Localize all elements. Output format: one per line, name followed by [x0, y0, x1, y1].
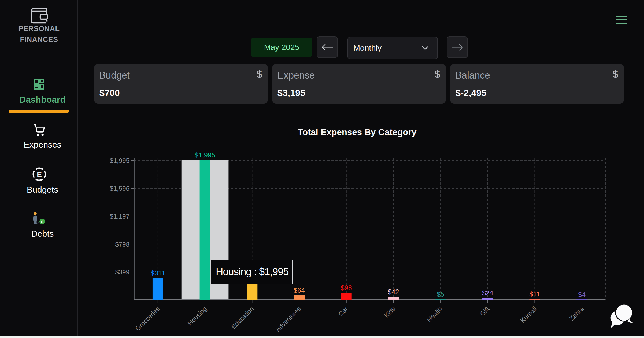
- svg-text:Health: Health: [425, 305, 443, 323]
- svg-text:Car: Car: [337, 305, 349, 317]
- svg-text:$1,995: $1,995: [195, 151, 215, 159]
- svg-text:$11: $11: [530, 290, 540, 298]
- svg-text:Housing: Housing: [186, 305, 208, 327]
- svg-text:$98: $98: [341, 284, 352, 292]
- svg-text:$64: $64: [294, 286, 305, 294]
- svg-text:Kumail: Kumail: [519, 305, 538, 324]
- svg-text:Kids: Kids: [383, 305, 397, 319]
- svg-text:$1,596: $1,596: [110, 185, 129, 192]
- svg-text:$311: $311: [151, 269, 165, 277]
- svg-text:Education: Education: [230, 305, 255, 330]
- svg-text:Zahra: Zahra: [568, 305, 585, 322]
- svg-text:$42: $42: [388, 288, 399, 296]
- svg-text:$1,197: $1,197: [110, 213, 129, 220]
- svg-text:$1,995: $1,995: [110, 157, 129, 164]
- svg-text:$: $: [41, 219, 43, 224]
- svg-text:$24: $24: [482, 289, 493, 297]
- svg-text:$798: $798: [115, 241, 129, 248]
- svg-text:Gift: Gift: [479, 305, 491, 317]
- svg-text:Grocceries: Grocceries: [134, 305, 161, 332]
- svg-text:Adventures: Adventures: [274, 305, 302, 333]
- svg-text:$399: $399: [115, 269, 129, 276]
- svg-text:E: E: [37, 170, 42, 179]
- svg-text:$5: $5: [437, 291, 444, 298]
- svg-text:$4: $4: [578, 291, 586, 298]
